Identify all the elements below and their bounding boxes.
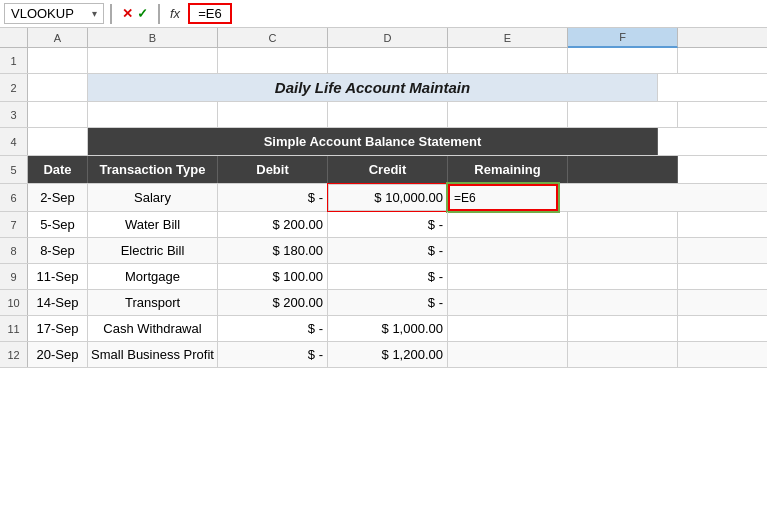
cell-e7[interactable] bbox=[448, 212, 568, 237]
row-num-2: 2 bbox=[0, 74, 28, 101]
table-row: 8 8-Sep Electric Bill $ 180.00 $ - bbox=[0, 238, 767, 264]
cell-f8[interactable] bbox=[568, 238, 678, 263]
row-num-7: 7 bbox=[0, 212, 28, 237]
cell-b8[interactable]: Electric Bill bbox=[88, 238, 218, 263]
cancel-icon[interactable]: ✕ bbox=[122, 6, 133, 21]
table-row: 6 2-Sep Salary $ - $ 10,000.00 =E6 bbox=[0, 184, 767, 212]
cell-f6-active[interactable]: =E6 bbox=[448, 184, 558, 211]
table-row: 2 Daily Life Account Maintain bbox=[0, 74, 767, 102]
table-row: 4 Simple Account Balance Statement bbox=[0, 128, 767, 156]
cell-a4[interactable] bbox=[28, 128, 88, 155]
cell-c11[interactable]: $ - bbox=[218, 316, 328, 341]
subtitle-cell: Simple Account Balance Statement bbox=[88, 128, 658, 155]
cell-f7[interactable] bbox=[568, 212, 678, 237]
cell-b12[interactable]: Small Business Profit bbox=[88, 342, 218, 367]
cell-d12[interactable]: $ 1,200.00 bbox=[328, 342, 448, 367]
table-row: 10 14-Sep Transport $ 200.00 $ - bbox=[0, 290, 767, 316]
table-row: 7 5-Sep Water Bill $ 200.00 $ - bbox=[0, 212, 767, 238]
cell-c3[interactable] bbox=[218, 102, 328, 127]
row-num-5: 5 bbox=[0, 156, 28, 183]
cell-f9[interactable] bbox=[568, 264, 678, 289]
cell-c1[interactable] bbox=[218, 48, 328, 73]
table-row: 1 bbox=[0, 48, 767, 74]
cell-c6[interactable]: $ - bbox=[218, 184, 328, 211]
header-debit: Debit bbox=[218, 156, 328, 183]
cell-b1[interactable] bbox=[88, 48, 218, 73]
spreadsheet: A B C D E F 1 2 Daily Life Account Maint… bbox=[0, 28, 767, 510]
header-remaining: Remaining bbox=[448, 156, 568, 183]
cell-a11[interactable]: 17-Sep bbox=[28, 316, 88, 341]
cell-b11[interactable]: Cash Withdrawal bbox=[88, 316, 218, 341]
formula-input[interactable]: =E6 bbox=[188, 3, 232, 24]
cell-b9[interactable]: Mortgage bbox=[88, 264, 218, 289]
row-num-header bbox=[0, 28, 28, 47]
cell-e8[interactable] bbox=[448, 238, 568, 263]
cell-c12[interactable]: $ - bbox=[218, 342, 328, 367]
cell-f10[interactable] bbox=[568, 290, 678, 315]
cell-a12[interactable]: 20-Sep bbox=[28, 342, 88, 367]
table-row: 5 Date Transaction Type Debit Credit Rem… bbox=[0, 156, 767, 184]
row-num-9: 9 bbox=[0, 264, 28, 289]
cell-b6[interactable]: Salary bbox=[88, 184, 218, 211]
fx-label: fx bbox=[170, 6, 180, 21]
cell-b7[interactable]: Water Bill bbox=[88, 212, 218, 237]
cell-e1[interactable] bbox=[448, 48, 568, 73]
header-credit: Credit bbox=[328, 156, 448, 183]
name-box[interactable]: VLOOKUP ▾ bbox=[4, 3, 104, 24]
cell-b10[interactable]: Transport bbox=[88, 290, 218, 315]
cell-a8[interactable]: 8-Sep bbox=[28, 238, 88, 263]
cell-a6[interactable]: 2-Sep bbox=[28, 184, 88, 211]
col-header-d[interactable]: D bbox=[328, 28, 448, 48]
col-header-b[interactable]: B bbox=[88, 28, 218, 48]
cell-f11[interactable] bbox=[568, 316, 678, 341]
cell-e9[interactable] bbox=[448, 264, 568, 289]
cell-d7[interactable]: $ - bbox=[328, 212, 448, 237]
column-headers: A B C D E F bbox=[0, 28, 767, 48]
cell-f12[interactable] bbox=[568, 342, 678, 367]
cell-b3[interactable] bbox=[88, 102, 218, 127]
col-header-f[interactable]: F bbox=[568, 28, 678, 48]
cell-f1[interactable] bbox=[568, 48, 678, 73]
col-header-e[interactable]: E bbox=[448, 28, 568, 48]
cell-f3[interactable] bbox=[568, 102, 678, 127]
cell-c9[interactable]: $ 100.00 bbox=[218, 264, 328, 289]
col-header-a[interactable]: A bbox=[28, 28, 88, 48]
cell-d1[interactable] bbox=[328, 48, 448, 73]
cell-e3[interactable] bbox=[448, 102, 568, 127]
cell-e11[interactable] bbox=[448, 316, 568, 341]
sheet-title: Daily Life Account Maintain bbox=[275, 79, 470, 96]
formula-bar-separator2 bbox=[158, 4, 160, 24]
cell-a1[interactable] bbox=[28, 48, 88, 73]
cell-c8[interactable]: $ 180.00 bbox=[218, 238, 328, 263]
rows-container: 1 2 Daily Life Account Maintain 3 bbox=[0, 48, 767, 510]
cell-d9[interactable]: $ - bbox=[328, 264, 448, 289]
cell-e10[interactable] bbox=[448, 290, 568, 315]
confirm-icon[interactable]: ✓ bbox=[137, 6, 148, 21]
cell-a2[interactable] bbox=[28, 74, 88, 101]
cell-e12[interactable] bbox=[448, 342, 568, 367]
name-box-dropdown-icon[interactable]: ▾ bbox=[92, 8, 97, 19]
formula-bar-separator bbox=[110, 4, 112, 24]
cell-d3[interactable] bbox=[328, 102, 448, 127]
cell-d10[interactable]: $ - bbox=[328, 290, 448, 315]
row-num-8: 8 bbox=[0, 238, 28, 263]
cell-a7[interactable]: 5-Sep bbox=[28, 212, 88, 237]
table-row: 3 bbox=[0, 102, 767, 128]
header-date: Date bbox=[28, 156, 88, 183]
cell-c7[interactable]: $ 200.00 bbox=[218, 212, 328, 237]
row-num-11: 11 bbox=[0, 316, 28, 341]
cell-d6[interactable]: $ 10,000.00 bbox=[328, 184, 448, 211]
cell-d11[interactable]: $ 1,000.00 bbox=[328, 316, 448, 341]
header-transaction-type: Transaction Type bbox=[88, 156, 218, 183]
table-row: 9 11-Sep Mortgage $ 100.00 $ - bbox=[0, 264, 767, 290]
cell-a9[interactable]: 11-Sep bbox=[28, 264, 88, 289]
table-row: 11 17-Sep Cash Withdrawal $ - $ 1,000.00 bbox=[0, 316, 767, 342]
cell-a3[interactable] bbox=[28, 102, 88, 127]
col-header-c[interactable]: C bbox=[218, 28, 328, 48]
row-num-4: 4 bbox=[0, 128, 28, 155]
header-f5 bbox=[568, 156, 678, 183]
cell-d8[interactable]: $ - bbox=[328, 238, 448, 263]
table-row: 12 20-Sep Small Business Profit $ - $ 1,… bbox=[0, 342, 767, 368]
cell-c10[interactable]: $ 200.00 bbox=[218, 290, 328, 315]
cell-a10[interactable]: 14-Sep bbox=[28, 290, 88, 315]
